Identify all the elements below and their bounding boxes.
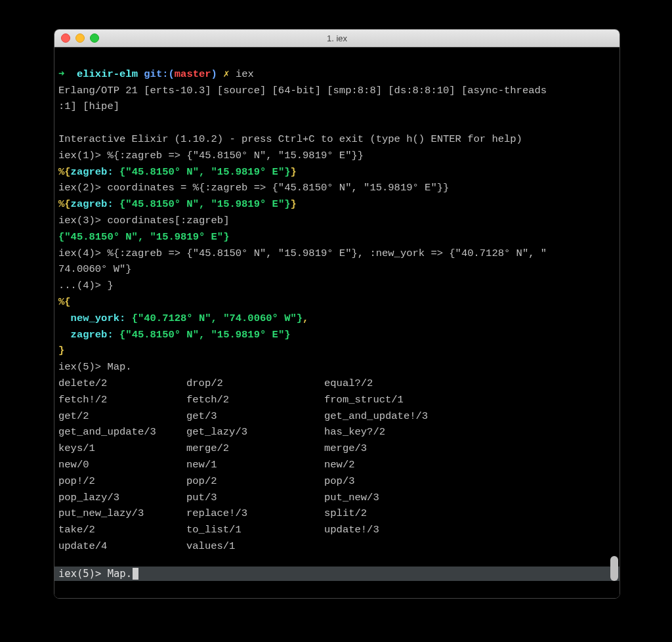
completion-row: new/0new/1new/2 — [58, 457, 616, 473]
prompt-git-close: ) — [211, 68, 217, 80]
terminal-area[interactable]: ➜ elixir-elm git:(master) ✗ iex Erlang/O… — [54, 47, 620, 598]
iex-1-input: iex(1)> %{:zagreb => {"45.8150° N", "15.… — [58, 150, 364, 161]
terminal-window: 1. iex ➜ elixir-elm git:(master) ✗ iex E… — [54, 29, 620, 599]
completion-item: get_and_update/3 — [58, 424, 186, 440]
completion-item: put_new_lazy/3 — [58, 505, 186, 522]
close-icon[interactable] — [61, 33, 70, 43]
titlebar: 1. iex — [54, 30, 620, 47]
iex-3-output: {"45.8150° N", "15.9819° E"} — [58, 231, 229, 243]
minimize-icon[interactable] — [75, 33, 85, 43]
completion-item — [324, 538, 616, 555]
completion-item: new/2 — [324, 457, 616, 473]
completion-item: values/1 — [186, 538, 324, 555]
completion-item: split/2 — [324, 505, 616, 522]
completion-item: drop/2 — [186, 375, 324, 392]
completion-item: put_new/3 — [324, 490, 616, 506]
iex-1-output-open: %{ — [58, 166, 71, 178]
prompt-git-label: git:( — [144, 68, 175, 80]
map-ny-pad — [58, 312, 71, 324]
prompt-dirty-icon: ✗ — [223, 68, 229, 80]
completion-row: get/2get/3get_and_update!/3 — [58, 408, 616, 425]
iex-2-output-close: } — [290, 198, 296, 210]
completion-item: delete/2 — [58, 375, 186, 392]
maximize-icon[interactable] — [90, 33, 99, 43]
iex-4-input-c: ...(4)> } — [58, 280, 114, 291]
completion-row: pop!/2pop/2pop/3 — [58, 473, 616, 490]
completion-item: new/1 — [186, 457, 324, 473]
completion-item: fetch!/2 — [58, 392, 186, 408]
prompt-dir: elixir-elm — [77, 68, 138, 80]
traffic-lights — [61, 33, 99, 43]
map-open: %{ — [58, 296, 71, 308]
completion-item: update!/3 — [324, 522, 616, 538]
completion-item: pop_lazy/3 — [58, 490, 186, 506]
completion-item: replace!/3 — [186, 505, 324, 522]
completion-item: get/2 — [58, 408, 186, 425]
iex-4-input-a: iex(4)> %{:zagreb => {"45.8150° N", "15.… — [58, 247, 547, 259]
iex-1-output-val: {"45.8150° N", "15.9819° E"} — [114, 166, 291, 178]
map-ny-comma: , — [303, 312, 308, 324]
completion-row: get_and_update/3get_lazy/3has_key?/2 — [58, 424, 616, 440]
iex-2-input: iex(2)> coordinates = %{:zagreb => {"45.… — [58, 182, 449, 194]
completion-item: pop!/2 — [58, 473, 186, 490]
completion-item: take/2 — [58, 522, 186, 538]
iex-1-output-key: zagreb: — [71, 166, 114, 178]
completion-item: get_lazy/3 — [186, 424, 324, 440]
completion-item: pop/3 — [324, 473, 616, 490]
completion-item: keys/1 — [58, 440, 186, 457]
active-prompt-text: iex(5)> Map. — [58, 568, 132, 580]
iex-2-output-val: {"45.8150° N", "15.9819° E"} — [114, 198, 291, 210]
command-text: iex — [236, 68, 254, 80]
active-prompt[interactable]: iex(5)> Map. — [54, 567, 620, 581]
completion-item: to_list/1 — [186, 522, 324, 538]
map-za-val: {"45.8150° N", "15.9819° E"} — [114, 329, 291, 341]
completion-row: delete/2drop/2equal?/2 — [58, 375, 616, 392]
scrollbar[interactable] — [609, 47, 618, 581]
completion-item: merge/3 — [324, 440, 616, 457]
prompt-branch: master — [175, 68, 211, 80]
completion-row: pop_lazy/3put/3put_new/3 — [58, 490, 616, 506]
iex-4-input-b: 74.0060° W"} — [58, 263, 132, 275]
completion-item: from_struct/1 — [324, 392, 616, 408]
completion-item: get_and_update!/3 — [324, 408, 616, 425]
completion-row: take/2to_list/1update!/3 — [58, 522, 616, 538]
erlang-banner-1: Erlang/OTP 21 [erts-10.3] [source] [64-b… — [58, 85, 547, 96]
prompt-arrow-icon: ➜ — [58, 68, 64, 80]
erlang-banner-2: :1] [hipe] — [58, 100, 119, 112]
completion-item: put/3 — [186, 490, 324, 506]
map-close: } — [58, 345, 64, 356]
completion-row: keys/1merge/2merge/3 — [58, 440, 616, 457]
cursor-icon — [133, 568, 138, 580]
completion-item: has_key?/2 — [324, 424, 616, 440]
completion-item: fetch/2 — [186, 392, 324, 408]
completion-item: new/0 — [58, 457, 186, 473]
map-ny-key: new_york: — [71, 312, 126, 324]
terminal-output[interactable]: ➜ elixir-elm git:(master) ✗ iex Erlang/O… — [54, 47, 620, 567]
completion-item: pop/2 — [186, 473, 324, 490]
completion-item: get/3 — [186, 408, 324, 425]
map-za-key: zagreb: — [71, 329, 114, 341]
completion-item: update/4 — [58, 538, 186, 555]
iex-3-input: iex(3)> coordinates[:zagreb] — [58, 215, 229, 226]
completion-row: update/4values/1 — [58, 538, 616, 555]
completion-row: put_new_lazy/3replace!/3split/2 — [58, 505, 616, 522]
completion-row: fetch!/2fetch/2from_struct/1 — [58, 392, 616, 408]
iex-5-input: iex(5)> Map. — [58, 361, 132, 373]
iex-2-output-key: zagreb: — [71, 198, 114, 210]
map-ny-val: {"40.7128° N", "74.0060° W"} — [125, 312, 303, 324]
bottom-pad — [54, 581, 620, 598]
map-za-pad — [58, 329, 71, 341]
completion-item: merge/2 — [186, 440, 324, 457]
elixir-intro: Interactive Elixir (1.10.2) - press Ctrl… — [58, 133, 522, 145]
iex-2-output-open: %{ — [58, 198, 71, 210]
window-title: 1. iex — [54, 33, 620, 43]
iex-1-output-close: } — [290, 166, 296, 178]
scrollbar-thumb[interactable] — [610, 556, 618, 581]
completion-item: equal?/2 — [324, 375, 616, 392]
